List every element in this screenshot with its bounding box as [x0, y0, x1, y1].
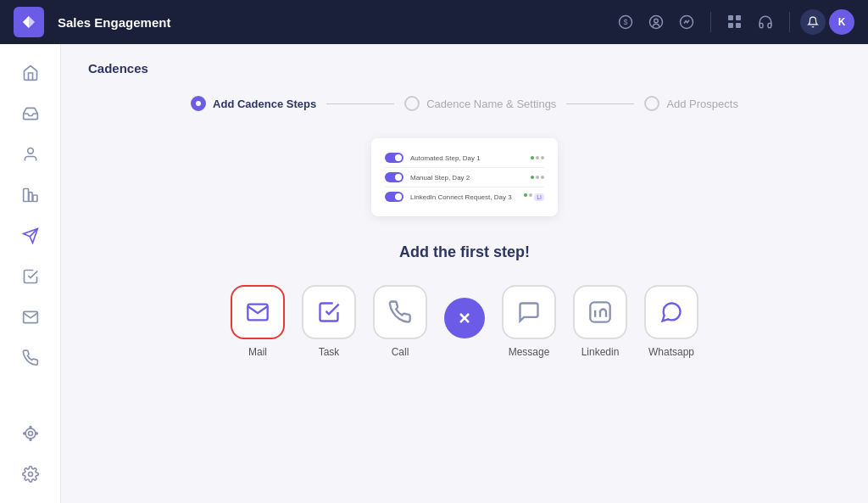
preview-row-3: LinkedIn Connect Request, Day 3 LI	[385, 187, 544, 206]
close-button[interactable]	[444, 298, 485, 338]
dollar-icon[interactable]: $	[612, 8, 639, 36]
preview-dots-3: LI	[524, 193, 544, 201]
step-line-1	[326, 103, 394, 104]
step-add-cadence: Add Cadence Steps	[191, 96, 316, 111]
mail-button[interactable]	[231, 285, 285, 339]
headset-icon[interactable]	[752, 8, 779, 36]
step-option-linkedin[interactable]: Linkedin	[573, 285, 627, 358]
user-avatar[interactable]: K	[829, 9, 854, 35]
preview-row-1: Automated Step, Day 1	[385, 148, 544, 168]
step-label-1: Add Cadence Steps	[213, 98, 316, 110]
preview-text-1: Automated Step, Day 1	[410, 154, 524, 162]
sidebar	[0, 44, 61, 503]
sidebar-item-settings[interactable]	[12, 455, 49, 493]
svg-text:$: $	[623, 18, 627, 26]
preview-area: Automated Step, Day 1 Manual Step, Day 2	[88, 138, 841, 216]
preview-card: Automated Step, Day 1 Manual Step, Day 2	[371, 138, 558, 216]
task-label: Task	[319, 346, 340, 358]
svg-rect-8	[32, 195, 36, 202]
nav-divider	[710, 12, 711, 32]
sidebar-item-inbox[interactable]	[12, 95, 49, 132]
message-button[interactable]	[502, 285, 556, 339]
svg-rect-7	[28, 193, 31, 202]
step-circle-1	[191, 96, 206, 111]
step-option-message[interactable]: Message	[502, 285, 556, 358]
grid-icon[interactable]	[721, 8, 748, 36]
call-label: Call	[392, 346, 409, 358]
navbar-title: Sales Engagement	[58, 15, 170, 30]
step-option-task[interactable]: Task	[302, 285, 356, 358]
svg-point-5	[27, 148, 33, 154]
sidebar-item-home[interactable]	[12, 54, 49, 92]
preview-text-3: LinkedIn Connect Request, Day 3	[410, 193, 517, 201]
chart-icon[interactable]	[673, 8, 700, 36]
sidebar-item-mail[interactable]	[12, 299, 49, 336]
preview-row-2: Manual Step, Day 2	[385, 168, 544, 187]
step-option-mail[interactable]: Mail	[231, 285, 285, 358]
toggle-1	[385, 153, 403, 163]
message-label: Message	[509, 346, 550, 358]
step-option-close[interactable]	[444, 298, 485, 345]
sidebar-item-calls[interactable]	[12, 339, 49, 377]
sidebar-item-tasks[interactable]	[12, 258, 49, 295]
main-layout: Cadences Add Cadence Steps Cadence Name …	[0, 44, 868, 503]
whatsapp-label: Whatsapp	[648, 346, 694, 358]
step-line-2	[566, 103, 634, 104]
task-button[interactable]	[302, 285, 356, 339]
preview-dots-2	[531, 176, 544, 179]
step-circle-2	[404, 96, 420, 111]
toggle-2	[385, 172, 403, 182]
svg-point-12	[28, 472, 32, 477]
navbar-icons: $ K	[612, 8, 854, 36]
step-cadence-name: Cadence Name & Settings	[404, 96, 556, 111]
main-heading: Add the first step!	[88, 243, 841, 261]
step-option-whatsapp[interactable]: Whatsapp	[644, 285, 698, 358]
logo[interactable]	[14, 7, 44, 37]
user-circle-icon[interactable]	[643, 8, 670, 36]
nav-divider-2	[789, 12, 790, 32]
sidebar-item-contacts[interactable]	[12, 136, 49, 173]
preview-text-2: Manual Step, Day 2	[410, 174, 524, 182]
breadcrumb: Cadences	[88, 61, 841, 75]
step-label-2: Cadence Name & Settings	[426, 98, 556, 110]
linkedin-label: Linkedin	[581, 346, 620, 358]
li-badge: LI	[534, 193, 544, 201]
content-area: Cadences Add Cadence Steps Cadence Name …	[61, 44, 868, 503]
avatar-notification[interactable]	[800, 9, 826, 35]
step-circle-3	[644, 96, 659, 111]
navbar: Sales Engagement $	[0, 0, 868, 44]
call-button[interactable]	[373, 285, 427, 339]
sidebar-item-integrations[interactable]	[12, 415, 49, 452]
mail-label: Mail	[248, 346, 267, 358]
svg-point-11	[28, 432, 32, 436]
step-options: Mail Task Call	[88, 285, 841, 358]
sidebar-item-engagement[interactable]	[12, 217, 49, 254]
svg-point-3	[654, 19, 659, 23]
step-option-call[interactable]: Call	[373, 285, 427, 358]
toggle-3	[385, 192, 403, 202]
preview-dots-1	[531, 156, 544, 159]
sidebar-item-reports[interactable]	[12, 176, 49, 214]
stepper: Add Cadence Steps Cadence Name & Setting…	[88, 96, 841, 111]
whatsapp-button[interactable]	[644, 285, 698, 339]
step-label-3: Add Prospects	[666, 98, 738, 110]
linkedin-button[interactable]	[573, 285, 627, 339]
svg-rect-6	[23, 189, 28, 202]
step-add-prospects: Add Prospects	[644, 96, 738, 111]
